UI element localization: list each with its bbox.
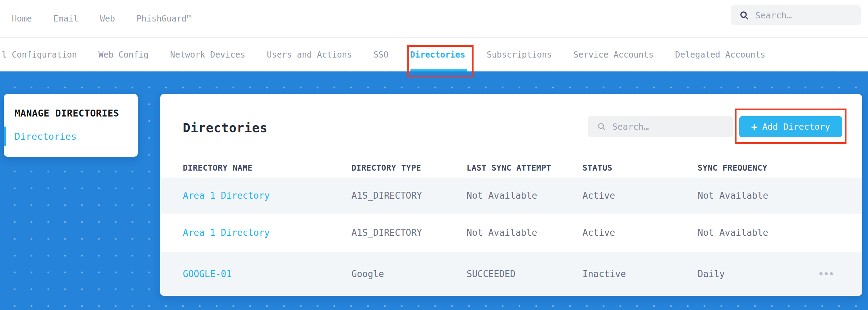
table-row: GOOGLE-01 Google SUCCEEDED Inactive Dail… xyxy=(160,252,862,296)
add-directory-button-label: Add Directory xyxy=(762,122,830,132)
column-header-sync-frequency: SYNC FREQUENCY xyxy=(698,163,816,172)
search-icon xyxy=(739,10,749,20)
primary-nav: Home Email Web PhishGuard™ xyxy=(12,0,192,37)
directory-name-link[interactable]: Area 1 Directory xyxy=(183,190,351,201)
directories-table: DIRECTORY NAME DIRECTORY TYPE LAST SYNC … xyxy=(160,158,862,296)
manage-directories-panel: MANAGE DIRECTORIES Directories xyxy=(4,94,138,157)
nav-item-phishguard[interactable]: PhishGuard™ xyxy=(136,14,192,24)
subnav-item-service-accounts[interactable]: Service Accounts xyxy=(573,38,654,71)
global-search-input[interactable] xyxy=(749,5,866,25)
status-cell: Inactive xyxy=(582,269,698,279)
subnav-item-web-config[interactable]: Web Config xyxy=(99,38,149,71)
sync-frequency-cell: Not Available xyxy=(698,190,816,201)
status-cell: Active xyxy=(582,190,698,201)
settings-sub-nav: l Configuration Web Config Network Devic… xyxy=(0,37,868,71)
column-header-directory-type: DIRECTORY TYPE xyxy=(351,163,467,172)
column-header-status: STATUS xyxy=(582,163,698,172)
plus-icon: + xyxy=(751,122,757,132)
global-search xyxy=(731,5,861,25)
nav-item-web[interactable]: Web xyxy=(100,14,115,24)
admin-console: Home Email Web PhishGuard™ l Configurati… xyxy=(0,0,868,310)
subnav-item-email-configuration[interactable]: l Configuration xyxy=(2,38,77,71)
workspace-background: MANAGE DIRECTORIES Directories Directori… xyxy=(0,71,868,310)
subnav-item-directories-label: Directories xyxy=(410,50,465,60)
nav-item-home[interactable]: Home xyxy=(12,14,32,24)
sidebar-item-label: Directories xyxy=(15,131,77,142)
nav-item-email[interactable]: Email xyxy=(53,14,78,24)
table-header-row: DIRECTORY NAME DIRECTORY TYPE LAST SYNC … xyxy=(160,158,862,178)
subnav-item-directories[interactable]: Directories xyxy=(410,38,465,71)
page-title: Directories xyxy=(183,121,267,135)
table-row: Area 1 Directory A1S_DIRECTORY Not Avail… xyxy=(160,214,862,252)
sidebar-item-directories[interactable]: Directories xyxy=(4,127,138,146)
sync-frequency-cell: Daily xyxy=(698,269,816,279)
subnav-item-subscriptions[interactable]: Subscriptions xyxy=(487,38,552,71)
panel-title: MANAGE DIRECTORIES xyxy=(15,108,119,119)
row-menu-ellipsis-icon[interactable] xyxy=(819,272,833,275)
directory-type-cell: A1S_DIRECTORY xyxy=(351,190,467,201)
status-cell: Active xyxy=(582,227,698,238)
directory-type-cell: Google xyxy=(351,269,467,279)
table-row: Area 1 Directory A1S_DIRECTORY Not Avail… xyxy=(160,178,862,214)
directory-name-link[interactable]: Area 1 Directory xyxy=(183,227,351,238)
last-sync-cell: Not Available xyxy=(467,190,582,201)
sync-frequency-cell: Not Available xyxy=(698,227,816,238)
column-header-last-sync-attempt: LAST SYNC ATTEMPT xyxy=(467,163,582,172)
subnav-item-sso[interactable]: SSO xyxy=(374,38,389,71)
card-header: Directories + Add Directory xyxy=(160,94,862,158)
last-sync-cell: SUCCEEDED xyxy=(467,269,582,279)
search-icon xyxy=(597,122,606,131)
active-item-bar xyxy=(4,127,6,146)
directories-card: Directories + Add Directory DIRECTORY NA… xyxy=(160,94,862,296)
directories-search-input[interactable] xyxy=(606,116,733,137)
directory-name-link[interactable]: GOOGLE-01 xyxy=(183,269,351,279)
directory-type-cell: A1S_DIRECTORY xyxy=(351,227,467,238)
subnav-item-network-devices[interactable]: Network Devices xyxy=(170,38,245,71)
column-header-directory-name: DIRECTORY NAME xyxy=(183,163,351,172)
top-bar: Home Email Web PhishGuard™ xyxy=(0,0,868,37)
subnav-item-delegated-accounts[interactable]: Delegated Accounts xyxy=(675,38,765,71)
directories-search xyxy=(588,116,733,137)
add-directory-button[interactable]: + Add Directory xyxy=(739,116,842,137)
subnav-item-users-and-actions[interactable]: Users and Actions xyxy=(267,38,352,71)
last-sync-cell: Not Available xyxy=(467,227,582,238)
